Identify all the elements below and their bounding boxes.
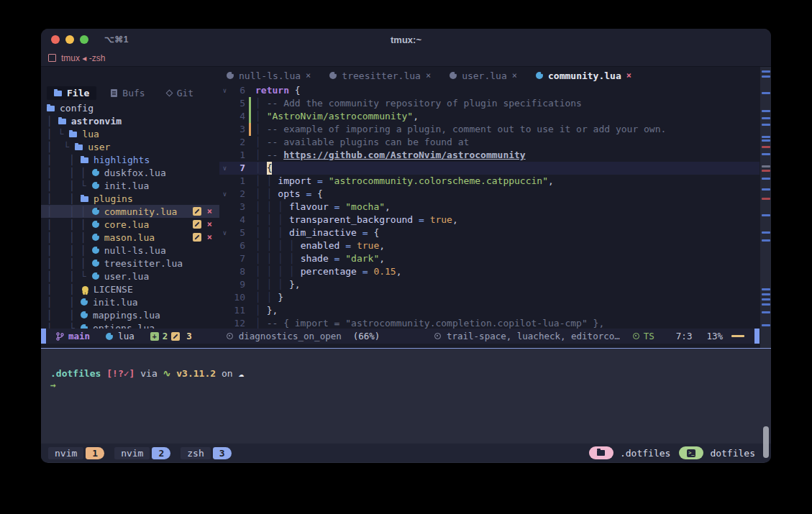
code-line[interactable]: ∨2│ │ opts = { [219,188,771,201]
buffer-tab-label: user.lua [462,70,507,81]
close-icon[interactable]: × [512,70,517,81]
code-line[interactable]: ∨5│ │ │ dim_inactive = { [219,226,771,239]
mode-indicator-block-right [754,329,759,344]
tree-item-init.lua[interactable]: │ │ init.lua [41,295,219,308]
sidebar-tab-git[interactable]: Git [160,86,201,100]
minimap-mark [762,231,770,234]
code-line[interactable]: 10│ │ } [219,291,771,304]
fold-column [219,252,230,265]
code-line[interactable]: 3│ -- example of imporing a plugin, comm… [219,123,771,136]
tree-item-options.lua[interactable]: │ └ options.lua [41,321,219,329]
url-link[interactable]: https://github.com/AstroNvim/astrocommun… [283,149,526,162]
code-line[interactable]: 8│ │ │ │ percentage = 0.15, [219,265,771,278]
code-line[interactable]: ∨7│ { [219,162,771,175]
code-token: -- available plugins can be found at [267,136,470,149]
code-token: │ [278,252,289,265]
shell-pane[interactable]: .dotfiles [!?✓] via ∿ v3.11.2 on ☁ → [41,349,771,444]
code-token: │ [289,239,301,252]
code-editor[interactable]: ∨6return {5│ -- Add the community reposi… [219,84,771,329]
code-token: { [289,84,301,97]
tree-item-astronvim[interactable]: │ astronvim [41,114,219,127]
tree-item-init.lua[interactable]: │ │ └ init.lua [41,179,219,192]
code-line[interactable]: 4│ "AstroNvim/astrocommunity", [219,110,771,123]
code-line[interactable]: ∨6return { [219,84,771,97]
fold-chevron-icon[interactable]: ∨ [219,84,230,97]
tree-item-config[interactable]: config [41,101,219,114]
code-token: true [430,214,452,226]
code-token: │ [255,110,267,123]
code-line[interactable]: 5│ -- Add the community repository of pl… [219,97,771,110]
tree-item-LICENSE[interactable]: │ │ LICENSE [41,283,219,295]
buffer-tab-null-ls.lua[interactable]: null-ls.lua× [227,70,311,81]
code-line[interactable]: 1│ │ import = "astrocommunity.colorschem… [219,175,771,188]
folder-icon [54,91,62,96]
fold-chevron-icon[interactable]: ∨ [219,162,230,175]
code-token: enabled [301,239,340,252]
tmux-window-2[interactable]: nvim2 [114,447,170,459]
tree-item-community.lua[interactable]: │ │ │ community.lua× [41,205,219,218]
session-terminal-pill[interactable]: >_ [679,446,703,459]
code-line[interactable]: 2│ -- available plugins can be found at [219,136,771,149]
tree-item-plugins[interactable]: │ │ plugins [41,192,219,205]
fold-chevron-icon[interactable]: ∨ [219,226,230,239]
code-token: │ [255,136,267,149]
minimap-mark [762,214,770,216]
code-token: } [278,291,283,304]
code-line[interactable]: 11│ }, [219,304,771,317]
tmux-window-3[interactable]: zsh3 [181,447,231,459]
tree-item-lua[interactable]: │ └ lua [41,127,219,140]
neo-tree-sidebar: FileBufsGit config│ astronvim│ └ lua│ └ … [41,84,219,329]
sidebar-tab-file[interactable]: File [47,86,96,100]
code-line[interactable]: 7│ │ │ │ shade = "dark", [219,252,771,265]
sign-column [249,317,255,329]
tree-item-treesitter.lua[interactable]: │ │ │ treesitter.lua [41,257,219,270]
sidebar-tab-bufs[interactable]: Bufs [104,86,152,100]
code-token: -- { import = "astrocommunity.completion… [267,317,605,329]
code-line[interactable]: 4│ │ │ transparent_background = true, [219,214,771,226]
close-icon[interactable]: × [207,219,212,229]
minimap-scrollbar[interactable] [759,67,771,348]
sign-column [249,201,255,214]
python-version: v3.11.2 [176,368,216,379]
folder-icon [81,196,88,202]
code-line[interactable]: 3│ │ │ flavour = "mocha", [219,201,771,214]
tree-item-mappings.lua[interactable]: │ │ mappings.lua [41,308,219,321]
buffer-tab-treesitter.lua[interactable]: treesitter.lua× [329,70,431,81]
tree-item-user[interactable]: │ └ user [41,140,219,153]
tmux-window-name: zsh [181,447,210,459]
code-token: │ [255,317,267,329]
code-line[interactable]: 6│ │ │ │ enabled = true, [219,239,771,252]
tree-item-core.lua[interactable]: │ │ │ core.lua× [41,218,219,231]
minimap-mark [762,139,770,142]
tree-item-duskfox.lua[interactable]: │ │ │ duskfox.lua [41,166,219,179]
session-label: dotfiles [710,448,755,459]
modified-icon [193,233,201,242]
close-icon[interactable]: × [207,206,212,216]
close-icon[interactable]: × [426,70,431,81]
lua-icon [92,169,99,176]
close-icon[interactable]: × [626,70,631,81]
tree-item-mason.lua[interactable]: │ │ │ mason.lua× [41,231,219,244]
tree-item-highlights[interactable]: │ │ highlights [41,153,219,166]
close-icon[interactable]: × [207,232,212,242]
terminal-tab-label[interactable]: tmux ◂ -zsh [61,53,105,63]
prompt-via: via [140,368,157,379]
prompt-git-status: [!?✓] [106,368,134,379]
code-line[interactable]: 9│ │ │ }, [219,278,771,291]
code-line[interactable]: 12│ -- { import = "astrocommunity.comple… [219,317,771,329]
session-folder-pill[interactable] [589,446,613,459]
tmux-window-1[interactable]: nvim1 [48,447,104,459]
buffer-tab-community.lua[interactable]: community.lua× [536,70,631,81]
fold-column [219,175,230,188]
titlebar: ⌥⌘1 tmux:~ [41,29,771,50]
tree-item-user.lua[interactable]: │ │ └ user.lua [41,270,219,283]
buffer-tab-user.lua[interactable]: user.lua× [450,70,517,81]
fold-chevron-icon[interactable]: ∨ [219,188,230,201]
close-icon[interactable]: × [306,70,311,81]
tree-item-null-ls.lua[interactable]: │ │ │ null-ls.lua [41,244,219,257]
code-line[interactable]: 1│ -- https://github.com/AstroNvim/astro… [219,149,771,162]
tmux-window-name: nvim [48,447,83,459]
code-token: , [379,239,385,252]
git-branch[interactable]: main [56,331,90,341]
terminal-scrollbar-thumb[interactable] [763,426,769,458]
